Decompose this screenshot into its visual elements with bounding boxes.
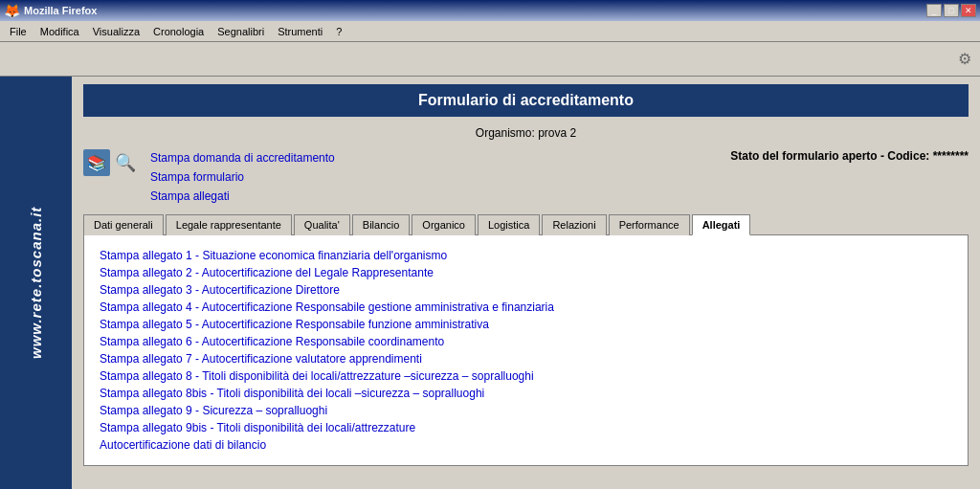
print-section: 📚 🔍 Stampa domanda di accreditamento Sta… [83, 149, 969, 205]
allegato-4-link[interactable]: Stampa allegato 4 - Autocertificazione R… [100, 299, 952, 316]
title-bar: 🦊 Mozilla Firefox _ □ ✕ [0, 0, 980, 21]
tab-performance[interactable]: Performance [609, 214, 690, 235]
allegato-2-link[interactable]: Stampa allegato 2 - Autocertificazione d… [100, 264, 952, 281]
allegato-9bis-link[interactable]: Stampa allegato 9bis - Titoli disponibil… [100, 419, 952, 436]
status-info: Stato del formulario aperto - Codice: **… [730, 149, 969, 163]
book-icon: 📚 [83, 149, 110, 176]
allegato-7-link[interactable]: Stampa allegato 7 - Autocertificazione v… [100, 350, 952, 367]
tab-qualita[interactable]: Qualita' [294, 214, 350, 235]
allegato-8-link[interactable]: Stampa allegato 8 - Titoli disponibilità… [100, 367, 952, 385]
print-icons: 📚 🔍 [83, 149, 139, 176]
autocertificazione-bilancio-link[interactable]: Autocertificazione dati di bilancio [100, 436, 952, 454]
sidebar-text: www.rete.toscana.it [28, 207, 44, 359]
print-allegati-link[interactable]: Stampa allegati [150, 188, 335, 205]
allegato-3-link[interactable]: Stampa allegato 3 - Autocertificazione D… [100, 281, 952, 299]
content-area: Formulario di accreditamento Organismo: … [72, 77, 980, 489]
allegato-1-link[interactable]: Stampa allegato 1 - Situazione economica… [100, 247, 952, 264]
tab-relazioni[interactable]: Relazioni [542, 214, 606, 235]
print-formulario-link[interactable]: Stampa formulario [150, 168, 335, 186]
tab-bilancio[interactable]: Bilancio [352, 214, 411, 235]
menu-help[interactable]: ? [330, 24, 347, 39]
close-button[interactable]: ✕ [961, 4, 976, 17]
menu-modifica[interactable]: Modifica [34, 24, 85, 39]
tab-content: Stampa allegato 1 - Situazione economica… [83, 234, 969, 466]
minimize-button[interactable]: _ [926, 4, 942, 17]
toolbar: ⚙ [0, 42, 980, 77]
sidebar: www.rete.toscana.it [0, 77, 72, 489]
allegati-links-container: Stampa allegato 1 - Situazione economica… [100, 247, 952, 454]
menu-file[interactable]: File [4, 24, 33, 39]
allegato-9-link[interactable]: Stampa allegato 9 - Sicurezza – soprallu… [100, 402, 952, 419]
tabs-container: Dati generali Legale rappresentante Qual… [83, 214, 969, 235]
main-layout: www.rete.toscana.it Formulario di accred… [0, 77, 980, 489]
allegato-5-link[interactable]: Stampa allegato 5 - Autocertificazione R… [100, 316, 952, 333]
title-bar-buttons: _ □ ✕ [926, 4, 976, 17]
allegato-8bis-link[interactable]: Stampa allegato 8bis - Titoli disponibil… [100, 385, 952, 402]
firefox-icon: 🦊 [4, 3, 20, 18]
print-links: Stampa domanda di accreditamento Stampa … [150, 149, 335, 205]
print-domanda-link[interactable]: Stampa domanda di accreditamento [150, 149, 335, 167]
menu-bar: File Modifica Visualizza Cronologia Segn… [0, 21, 980, 42]
tab-legale-rappresentante[interactable]: Legale rappresentante [166, 214, 292, 235]
menu-strumenti[interactable]: Strumenti [272, 24, 328, 39]
gear-icon[interactable]: ⚙ [953, 48, 976, 71]
tab-allegati[interactable]: Allegati [692, 214, 751, 235]
organism-info: Organismo: prova 2 [83, 126, 969, 140]
tab-logistica[interactable]: Logistica [478, 214, 540, 235]
title-bar-text: Mozilla Firefox [24, 5, 923, 16]
tab-dati-generali[interactable]: Dati generali [83, 214, 164, 235]
tab-organico[interactable]: Organico [412, 214, 476, 235]
search-icon: 🔍 [112, 149, 139, 176]
menu-segnalibri[interactable]: Segnalibri [212, 24, 270, 39]
allegato-6-link[interactable]: Stampa allegato 6 - Autocertificazione R… [100, 333, 952, 350]
menu-cronologia[interactable]: Cronologia [147, 24, 210, 39]
page-title: Formulario di accreditamento [83, 84, 969, 117]
maximize-button[interactable]: □ [944, 4, 959, 17]
menu-visualizza[interactable]: Visualizza [87, 24, 145, 39]
